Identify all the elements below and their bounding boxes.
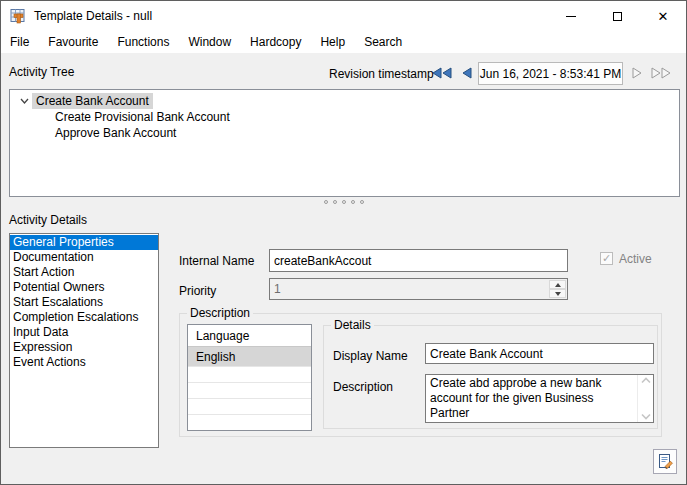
revision-previous-button[interactable] bbox=[456, 65, 478, 80]
list-item-completion-escalations[interactable]: Completion Escalations bbox=[10, 310, 158, 325]
display-name-input[interactable] bbox=[425, 343, 654, 364]
scroll-up-icon bbox=[641, 377, 651, 384]
priority-value: 1 bbox=[274, 282, 281, 296]
menu-search[interactable]: Search bbox=[358, 32, 408, 52]
spin-down-button[interactable] bbox=[549, 289, 566, 298]
menu-hardcopy[interactable]: Hardcopy bbox=[244, 32, 307, 52]
splitter-handle[interactable] bbox=[1, 198, 686, 206]
priority-field: 1 bbox=[269, 278, 568, 300]
language-row-empty[interactable] bbox=[188, 399, 311, 415]
language-table: Language English bbox=[187, 324, 312, 431]
activity-tree-panel: Create Bank Account Create Provisional B… bbox=[9, 89, 680, 197]
language-row-empty[interactable] bbox=[188, 415, 311, 431]
left-arrow-icon bbox=[462, 67, 473, 79]
revision-last-button[interactable] bbox=[649, 65, 671, 80]
description-textarea[interactable]: Create abd approbe a new bank account fo… bbox=[425, 374, 654, 423]
edit-description-button[interactable] bbox=[653, 449, 677, 474]
list-item-expression[interactable]: Expression bbox=[10, 340, 158, 355]
menu-functions[interactable]: Functions bbox=[111, 32, 175, 52]
splitter-dot bbox=[324, 200, 328, 204]
minimize-icon bbox=[566, 16, 576, 17]
revision-next-button[interactable] bbox=[629, 65, 643, 80]
titlebar: Template Details - null ✕ bbox=[1, 1, 686, 31]
menubar: File Favourite Functions Window Hardcopy… bbox=[1, 31, 686, 53]
window-title: Template Details - null bbox=[34, 9, 152, 23]
check-icon: ✓ bbox=[602, 253, 611, 264]
menu-favourite[interactable]: Favourite bbox=[42, 32, 104, 52]
revision-timestamp-label: Revision timestamp bbox=[329, 67, 434, 81]
list-item-event-actions[interactable]: Event Actions bbox=[10, 355, 158, 370]
right-arrow-icon bbox=[631, 67, 642, 79]
double-left-arrow-icon bbox=[432, 67, 453, 79]
splitter-dot bbox=[351, 200, 355, 204]
list-item-potential-owners[interactable]: Potential Owners bbox=[10, 280, 158, 295]
active-label: Active bbox=[619, 252, 652, 266]
spin-up-button[interactable] bbox=[549, 280, 566, 289]
description-field-label: Description bbox=[333, 380, 393, 394]
minimize-button[interactable] bbox=[548, 1, 594, 31]
activity-details-list: General Properties Documentation Start A… bbox=[9, 233, 159, 448]
template-grid-icon bbox=[10, 8, 26, 24]
display-name-label: Display Name bbox=[333, 349, 408, 363]
activity-tree-label: Activity Tree bbox=[9, 65, 74, 79]
maximize-button[interactable] bbox=[594, 1, 640, 31]
description-scrollbar[interactable] bbox=[637, 375, 653, 422]
list-item-general-properties[interactable]: General Properties bbox=[10, 235, 158, 250]
list-item-input-data[interactable]: Input Data bbox=[10, 325, 158, 340]
language-row-english[interactable]: English bbox=[188, 347, 311, 367]
revision-timestamp-field[interactable]: Jun 16, 2021 - 8:53:41 PM bbox=[478, 62, 623, 85]
description-group-title: Description bbox=[187, 306, 253, 320]
list-item-documentation[interactable]: Documentation bbox=[10, 250, 158, 265]
splitter-dot bbox=[333, 200, 337, 204]
splitter-dot bbox=[360, 200, 364, 204]
description-text[interactable]: Create abd approbe a new bank account fo… bbox=[426, 375, 636, 422]
triangle-up-icon bbox=[555, 283, 561, 287]
template-details-window: Template Details - null ✕ File Favourite… bbox=[0, 0, 687, 485]
edit-document-icon bbox=[657, 453, 674, 470]
triangle-down-icon bbox=[555, 292, 561, 296]
activity-details-label: Activity Details bbox=[9, 213, 87, 227]
priority-label: Priority bbox=[179, 284, 216, 298]
list-item-start-action[interactable]: Start Action bbox=[10, 265, 158, 280]
priority-spinner bbox=[549, 280, 566, 298]
revision-first-button[interactable] bbox=[431, 65, 453, 80]
scroll-down-icon bbox=[641, 413, 651, 420]
menu-help[interactable]: Help bbox=[314, 32, 351, 52]
maximize-icon bbox=[613, 12, 622, 21]
chevron-down-icon[interactable] bbox=[16, 95, 32, 107]
internal-name-label: Internal Name bbox=[179, 254, 254, 268]
tree-node-child[interactable]: Create Provisional Bank Account bbox=[55, 109, 679, 125]
active-checkbox[interactable]: ✓ bbox=[600, 252, 613, 265]
internal-name-input[interactable] bbox=[269, 249, 568, 272]
close-icon: ✕ bbox=[658, 10, 669, 23]
splitter-dot bbox=[342, 200, 346, 204]
menu-file[interactable]: File bbox=[4, 32, 35, 52]
tree-node-root[interactable]: Create Bank Account bbox=[10, 93, 679, 109]
language-column-header[interactable]: Language bbox=[188, 325, 311, 347]
double-right-arrow-icon bbox=[650, 67, 671, 79]
close-button[interactable]: ✕ bbox=[640, 1, 686, 31]
details-group-title: Details bbox=[331, 318, 374, 332]
language-row-empty[interactable] bbox=[188, 383, 311, 399]
list-item-start-escalations[interactable]: Start Escalations bbox=[10, 295, 158, 310]
tree-node-child[interactable]: Approve Bank Account bbox=[55, 125, 679, 141]
tree-node-label[interactable]: Create Bank Account bbox=[32, 93, 153, 109]
menu-window[interactable]: Window bbox=[182, 32, 237, 52]
language-row-empty[interactable] bbox=[188, 367, 311, 383]
